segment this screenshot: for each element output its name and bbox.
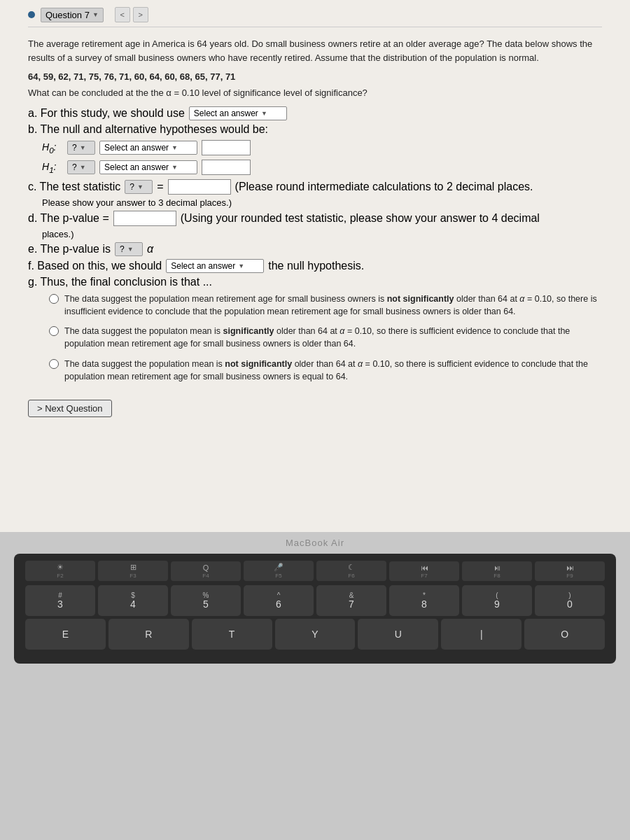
part-f-dropdown-value: Select an answer <box>171 261 235 271</box>
part-a-dropdown-value: Select an answer <box>194 108 258 118</box>
part-e-symbol: ? <box>120 244 125 254</box>
f4-key[interactable]: Q F4 <box>171 561 241 581</box>
part-f-dropdown[interactable]: Select an answer ▼ <box>166 259 264 273</box>
question-label: Question 7 <box>46 10 90 20</box>
question-header: Question 7 ▼ < > <box>28 7 602 27</box>
h0-input[interactable] <box>202 140 251 155</box>
h1-symbol-dropdown[interactable]: ? ▼ <box>67 160 95 174</box>
part-f-label: f. Based on this, we should <box>28 260 162 272</box>
key-e[interactable]: E <box>25 619 106 650</box>
f7-key[interactable]: ⏮ F7 <box>389 561 459 581</box>
part-b-label: b. The null and alternative hypotheses w… <box>28 123 268 136</box>
h1-label: H1: <box>42 161 63 174</box>
question-dot <box>28 11 35 18</box>
data-values: 64, 59, 62, 71, 75, 76, 71, 60, 64, 60, … <box>28 71 602 82</box>
part-f-row: f. Based on this, we should Select an an… <box>28 259 602 273</box>
radio-1[interactable] <box>49 294 59 304</box>
part-d-note: (Using your rounded test statistic, plea… <box>181 212 540 225</box>
h0-symbol: ? <box>72 143 77 153</box>
key-5[interactable]: % 5 <box>171 585 241 616</box>
key-7[interactable]: & 7 <box>316 585 386 616</box>
question-body: The average retirement age in America is… <box>28 37 602 64</box>
part-d-note2: places.) <box>42 229 602 239</box>
part-c-input[interactable] <box>168 179 231 195</box>
question-dropdown-caret: ▼ <box>92 11 99 18</box>
h0-symbol-dropdown[interactable]: ? ▼ <box>67 141 95 155</box>
key-pipe[interactable]: | <box>441 619 522 650</box>
h0-answer-dropdown[interactable]: Select an answer ▼ <box>99 141 197 155</box>
key-t[interactable]: T <box>192 619 272 650</box>
part-c-caret: ▼ <box>137 183 144 190</box>
key-9[interactable]: ( 9 <box>462 585 532 616</box>
macbook-area: MacBook Air ☀ F2 ⊞ F3 Q F4 🎤 F5 ☾ F6 <box>0 532 630 840</box>
part-b-row: b. The null and alternative hypotheses w… <box>28 123 602 136</box>
f9-key[interactable]: ⏭ F9 <box>535 561 605 581</box>
next-question-button[interactable]: > Next Question <box>28 400 112 417</box>
key-r[interactable]: R <box>108 619 189 650</box>
option3-text: The data suggest the population mean is … <box>64 358 602 383</box>
nav-next-button[interactable]: > <box>133 7 148 22</box>
part-c-row: c. The test statistic ? ▼ = (Please roun… <box>28 179 602 195</box>
part-c-equals: = <box>157 181 163 193</box>
radio-options: The data suggest the population mean ret… <box>49 293 602 383</box>
key-0[interactable]: ) 0 <box>535 585 605 616</box>
question-text: The average retirement age in America is… <box>28 37 602 64</box>
nav-arrows: < > <box>115 7 148 22</box>
key-u[interactable]: U <box>358 619 438 650</box>
num-row: # 3 $ 4 % 5 ^ 6 & 7 * 8 <box>25 585 605 616</box>
part-a-label: a. For this study, we should use <box>28 107 185 120</box>
part-c-symbol-dropdown[interactable]: ? ▼ <box>125 180 153 194</box>
h1-answer-dropdown[interactable]: Select an answer ▼ <box>99 160 197 174</box>
f2-key[interactable]: ☀ F2 <box>25 561 95 581</box>
f3-key[interactable]: ⊞ F3 <box>98 561 168 581</box>
h0-caret: ▼ <box>172 144 178 151</box>
part-d-input[interactable] <box>113 211 176 226</box>
part-d-row: d. The p-value = (Using your rounded tes… <box>28 211 602 226</box>
h1-dropdown-value: Select an answer <box>104 162 169 172</box>
f8-key[interactable]: ⏯ F8 <box>462 561 532 581</box>
question-dropdown[interactable]: Question 7 ▼ <box>41 8 104 22</box>
key-close-bracket[interactable]: O <box>524 619 605 650</box>
h1-row: H1: ? ▼ Select an answer ▼ <box>42 160 602 175</box>
radio-option-2: The data suggest the populaton mean is s… <box>49 325 602 350</box>
part-a-caret: ▼ <box>261 110 267 117</box>
nav-prev-button[interactable]: < <box>115 7 130 22</box>
radio-3[interactable] <box>49 359 59 369</box>
content-area: Question 7 ▼ < > The average retirement … <box>0 0 630 532</box>
significance-line: What can be concluded at the the α = 0.1… <box>28 88 602 98</box>
h1-input[interactable] <box>202 160 251 175</box>
h0-dropdown-value: Select an answer <box>104 143 169 153</box>
part-c-label: c. The test statistic <box>28 181 120 193</box>
part-a-row: a. For this study, we should use Select … <box>28 106 602 120</box>
part-d-label: d. The p-value = <box>28 212 109 225</box>
part-g-label: g. Thus, the final conclusion is that ..… <box>28 276 212 288</box>
option1-text: The data suggest the population mean ret… <box>64 293 602 318</box>
key-6[interactable]: ^ 6 <box>244 585 314 616</box>
part-f-suffix: the null hypothesis. <box>268 260 364 272</box>
h0-label: H0: <box>42 141 63 155</box>
hypothesis-block: H0: ? ▼ Select an answer ▼ H1: ? ▼ Selec… <box>42 140 602 175</box>
keyboard: ☀ F2 ⊞ F3 Q F4 🎤 F5 ☾ F6 ⏮ F7 <box>14 554 616 664</box>
key-4[interactable]: $ 4 <box>98 585 168 616</box>
radio-2[interactable] <box>49 326 59 336</box>
f6-key[interactable]: ☾ F6 <box>316 561 386 581</box>
part-e-alpha: α <box>147 243 153 255</box>
key-3[interactable]: # 3 <box>25 585 95 616</box>
h1-symbol: ? <box>72 162 77 172</box>
key-y[interactable]: Y <box>275 619 356 650</box>
part-g-row: g. Thus, the final conclusion is that ..… <box>28 276 602 288</box>
part-f-caret: ▼ <box>238 262 244 270</box>
h1-caret: ▼ <box>172 164 178 171</box>
macbook-label: MacBook Air <box>286 532 344 551</box>
option2-text: The data suggest the populaton mean is s… <box>64 325 602 350</box>
f5-key[interactable]: 🎤 F5 <box>244 561 314 581</box>
radio-option-1: The data suggest the population mean ret… <box>49 293 602 318</box>
part-c-symbol: ? <box>130 182 134 192</box>
key-8[interactable]: * 8 <box>389 585 459 616</box>
part-e-symbol-dropdown[interactable]: ? ▼ <box>115 242 143 256</box>
part-e-row: e. The p-value is ? ▼ α <box>28 242 602 256</box>
radio-option-3: The data suggest the population mean is … <box>49 358 602 383</box>
part-e-label: e. The p-value is <box>28 243 111 255</box>
top-letter-row: E R T Y U | O <box>25 619 605 650</box>
part-a-dropdown[interactable]: Select an answer ▼ <box>189 106 287 120</box>
